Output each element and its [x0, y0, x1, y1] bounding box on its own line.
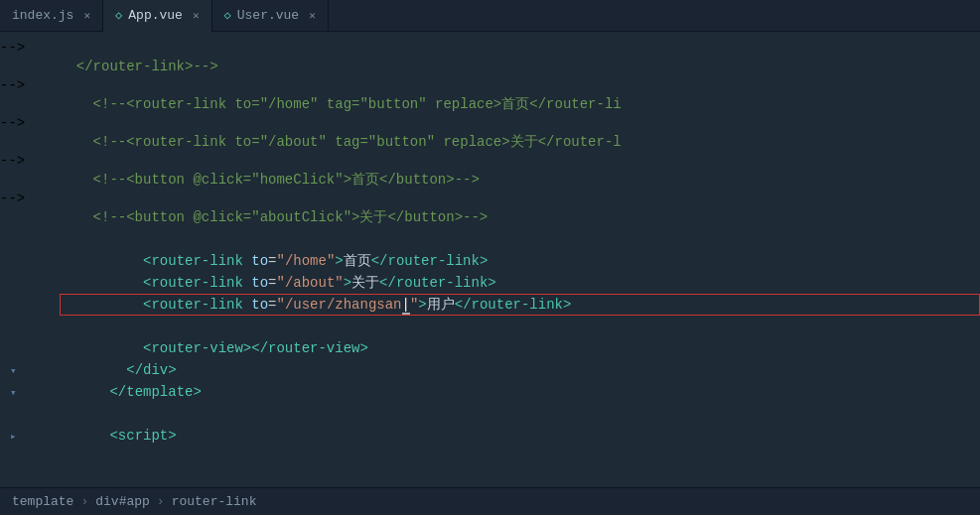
tab-label: User.vue: [237, 8, 299, 23]
code-line-2: <!--<router-link to="/home" tag="button"…: [0, 93, 980, 115]
code-text: <script>: [60, 412, 177, 459]
fold-icon: ▾: [10, 364, 17, 377]
tab-label: index.js: [12, 8, 73, 23]
tab-label: App.vue: [128, 8, 183, 23]
fold-icon-3: ▸: [10, 430, 17, 443]
tab-index-js[interactable]: index.js ✕: [0, 0, 103, 32]
status-bar: template › div#app › router-link: [0, 487, 980, 515]
code-editor: --> </router-link>--> --> <!--<router-li…: [0, 32, 980, 487]
breadcrumb-div[interactable]: div#app: [95, 494, 150, 509]
code-line-3: <!--<router-link to="/about" tag="button…: [0, 131, 980, 153]
code-line-13: ▾ </template>: [0, 381, 980, 403]
code-line-5: <!--<button @click="aboutClick">关于</butt…: [0, 206, 980, 228]
tab-close-index[interactable]: ✕: [83, 9, 90, 22]
code-line-1: </router-link>-->: [0, 56, 980, 77]
tab-app-vue[interactable]: ◇ App.vue ✕: [103, 0, 211, 32]
code-text: <!--<router-link to="/home" tag="button"…: [60, 95, 622, 113]
tab-close-user[interactable]: ✕: [309, 9, 316, 22]
code-line-selected: <router-link to="/user/zhangsan|">用户</ro…: [0, 294, 980, 316]
tab-close-app[interactable]: ✕: [193, 9, 200, 22]
vue-icon: ◇: [115, 8, 122, 23]
code-text: <!--<button @click="aboutClick">关于</butt…: [60, 208, 488, 226]
code-line-15: ▸ <script>: [0, 425, 980, 447]
code-text: </router-link>-->: [60, 59, 218, 74]
code-text: <!--<router-link to="/about" tag="button…: [60, 133, 622, 151]
breadcrumb-router-link[interactable]: router-link: [172, 494, 257, 509]
vue-icon-2: ◇: [224, 8, 231, 23]
tab-bar: index.js ✕ ◇ App.vue ✕ ◇ User.vue ✕: [0, 0, 980, 32]
code-line-4: <!--<button @click="homeClick">首页</butto…: [0, 169, 980, 191]
code-text: <!--<button @click="homeClick">首页</butto…: [60, 171, 480, 189]
tab-user-vue[interactable]: ◇ User.vue ✕: [212, 0, 329, 32]
breadcrumb-template[interactable]: template: [12, 494, 73, 509]
breadcrumb-arrow-2: ›: [157, 494, 165, 509]
fold-icon-2: ▾: [10, 386, 17, 399]
breadcrumb-arrow-1: ›: [80, 494, 88, 509]
